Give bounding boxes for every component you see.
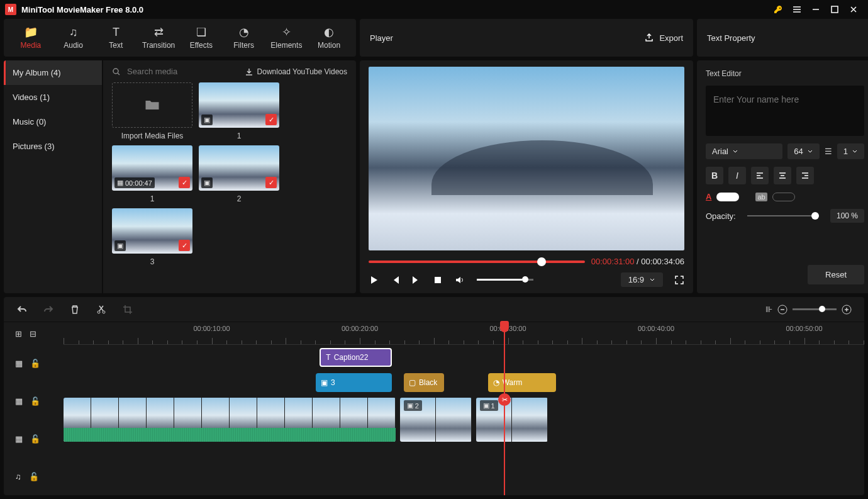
folder-icon: 📁 [24, 26, 38, 38]
chevron-down-icon [732, 149, 738, 155]
overlay-clip[interactable]: ▣3 [316, 373, 392, 392]
align-center-button[interactable] [774, 167, 791, 184]
textprop-header: Text Property [697, 19, 868, 57]
lineheight-select[interactable]: 1 [837, 143, 864, 159]
opacity-label: Opacity: [706, 211, 736, 221]
overlay-clip[interactable]: ◔Warm [488, 373, 556, 392]
sidebar-item-pictures[interactable]: Pictures (3) [4, 134, 102, 159]
crop-button[interactable] [122, 304, 133, 315]
sidebar-item-myalbum[interactable]: My Album (4) [4, 60, 102, 85]
caption-track: TCaption22 [64, 345, 864, 370]
split-button[interactable] [96, 304, 107, 315]
timeline-tracks[interactable]: 00:00:10:0000:00:20:0000:00:30:0000:00:4… [64, 322, 864, 495]
tab-audio[interactable]: ♫Audio [53, 20, 94, 55]
remove-track-button[interactable]: ⊟ [30, 329, 36, 339]
play-button[interactable] [369, 275, 379, 285]
align-right-button[interactable] [796, 167, 814, 184]
overlay-clip[interactable]: ▢Black [404, 373, 444, 392]
zoom-slider[interactable] [793, 308, 837, 310]
tab-text[interactable]: TText [96, 20, 137, 55]
import-label: Import Media Files [112, 132, 192, 140]
align-left-button[interactable] [751, 167, 769, 184]
volume-icon[interactable] [454, 274, 465, 286]
download-youtube-link[interactable]: Download YouTube Videos [245, 67, 347, 76]
timeline-ruler[interactable]: 00:00:10:0000:00:20:0000:00:30:0000:00:4… [64, 322, 864, 345]
tab-effects[interactable]: ❏Effects [181, 20, 222, 55]
highlight-color-swatch[interactable] [772, 193, 795, 201]
redo-button[interactable] [43, 304, 54, 315]
text-editor-input[interactable] [706, 86, 864, 136]
video-clip[interactable] [64, 398, 396, 442]
sidebar-item-videos[interactable]: Videos (1) [4, 85, 102, 109]
bold-button[interactable]: B [706, 167, 723, 184]
media-thumb[interactable]: ▣ ✓ [199, 145, 279, 191]
menu-icon[interactable] [787, 0, 806, 19]
close-button[interactable] [844, 0, 863, 19]
thumb-label: 1 [112, 194, 192, 203]
volume-slider[interactable] [477, 279, 533, 281]
key-icon[interactable] [769, 0, 787, 19]
video-clip[interactable]: ▣1 [476, 398, 548, 442]
text-icon: T [326, 353, 330, 362]
audio-track-icon: ♫ [15, 472, 21, 481]
tab-transition[interactable]: ⇄Transition [138, 20, 179, 55]
lock-icon[interactable]: 🔓 [30, 434, 40, 444]
media-thumb[interactable]: ▦ 00:00:47 ✓ [112, 145, 192, 191]
reset-button[interactable]: Reset [808, 265, 864, 284]
search-input[interactable] [127, 67, 238, 76]
aspect-select[interactable]: 16:9 [621, 272, 663, 287]
elements-icon: ✧ [282, 26, 291, 38]
video-track-icon: ▦ [15, 434, 23, 444]
timecode: 00:00:31:00 / 00:00:34:06 [591, 257, 684, 266]
media-thumb[interactable]: ▣ ✓ [199, 82, 279, 128]
italic-button[interactable]: I [728, 167, 746, 184]
search-icon [112, 67, 121, 76]
fontsize-select[interactable]: 64 [787, 143, 819, 159]
tab-motion[interactable]: ◐Motion [308, 20, 350, 55]
filter-icon: ◔ [493, 378, 499, 387]
media-thumb[interactable]: ▣ ✓ [112, 208, 192, 254]
transition-icon: ▢ [409, 378, 416, 387]
progress-bar[interactable] [369, 261, 585, 263]
media-grid: Import Media Files ▣ ✓ 1 ▦ 00:00:47 [103, 82, 356, 293]
sidebar-item-music[interactable]: Music (0) [4, 109, 102, 134]
video-preview[interactable] [369, 67, 684, 250]
opacity-slider[interactable] [747, 215, 819, 216]
next-frame-button[interactable] [411, 275, 421, 285]
import-media-button[interactable] [112, 82, 192, 128]
lock-icon[interactable]: 🔓 [29, 472, 39, 481]
player-panel: 00:00:31:00 / 00:00:34:06 16:9 [360, 60, 693, 293]
font-select[interactable]: Arial [706, 143, 782, 159]
export-button[interactable]: Export [644, 33, 683, 43]
zoom-out-button[interactable] [777, 305, 787, 315]
zoom-in-button[interactable] [842, 305, 852, 315]
lock-icon[interactable]: 🔓 [30, 396, 40, 406]
undo-button[interactable] [16, 304, 28, 315]
video-clip[interactable]: ▣2 [400, 398, 472, 442]
lock-icon[interactable]: 🔓 [30, 359, 40, 368]
check-icon: ✓ [265, 177, 277, 188]
delete-button[interactable] [69, 304, 81, 315]
overlay-track: ▣3 ▢Black ◔Warm [64, 370, 864, 395]
chevron-down-icon [649, 277, 655, 283]
motion-icon: ◐ [324, 26, 334, 38]
stop-button[interactable] [433, 275, 443, 285]
tab-filters[interactable]: ◔Filters [223, 20, 265, 55]
playhead[interactable] [504, 322, 505, 495]
timeline: ⊪ ⊞ ⊟ ▦🔓 ▦🔓 ▦🔓 ♫🔓 00:00:10:0000:00:20:00… [4, 297, 864, 495]
fit-button[interactable]: ⊪ [765, 305, 772, 314]
tab-elements[interactable]: ✧Elements [266, 20, 308, 55]
tab-media[interactable]: 📁Media [10, 20, 52, 55]
thumb-label: 2 [199, 194, 279, 203]
minimize-button[interactable] [806, 0, 825, 19]
caption-track-icon: ▦ [15, 359, 23, 368]
app-title: MiniTool MovieMaker Free 8.0.0 [21, 5, 143, 14]
image-icon: ▣ [483, 401, 489, 410]
add-track-button[interactable]: ⊞ [15, 329, 22, 339]
prev-frame-button[interactable] [390, 275, 400, 285]
text-color-swatch[interactable] [716, 193, 739, 201]
caption-clip[interactable]: TCaption22 [320, 348, 392, 367]
player-header: Player Export [360, 19, 693, 57]
maximize-button[interactable] [825, 0, 844, 19]
fullscreen-button[interactable] [674, 275, 684, 285]
